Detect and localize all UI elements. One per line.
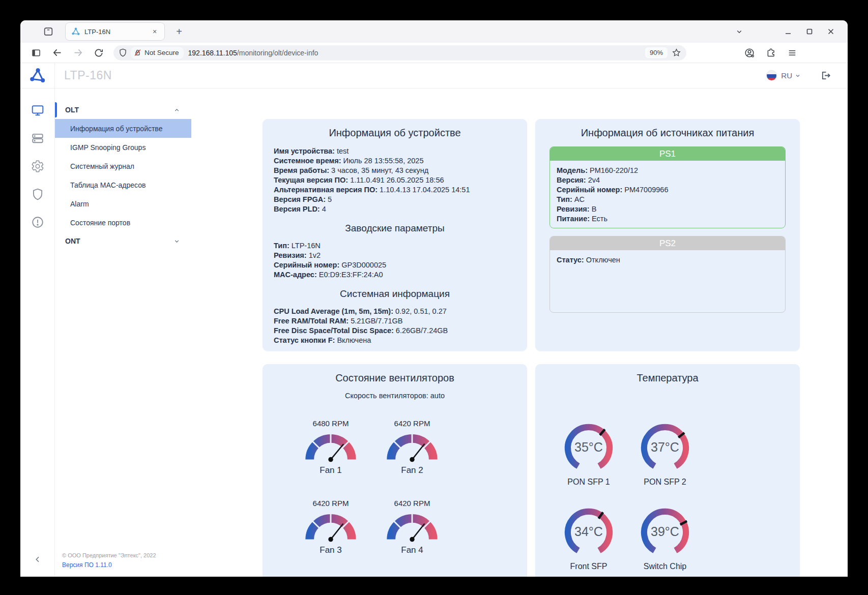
sidebar-item-alarm[interactable]: Alarm: [55, 194, 191, 213]
factory-params-title: Заводские параметры: [274, 223, 516, 234]
url-path: /monitoring/olt/device-info: [237, 49, 319, 57]
temperature-value: 37°C: [636, 440, 693, 455]
security-chip[interactable]: Not Secure: [131, 47, 184, 59]
sidebar-collapse-chevron-icon[interactable]: [34, 555, 42, 563]
sidebar-item-igmp-snooping[interactable]: IGMP Snooping Groups: [55, 138, 191, 157]
browser-menu-icon[interactable]: [785, 46, 799, 60]
info-row: Имя устройства:test: [274, 146, 516, 156]
alerts-exclamation-icon[interactable]: [31, 216, 44, 229]
info-row: Питание:Есть: [557, 214, 778, 224]
russian-flag-icon: [766, 70, 777, 81]
info-row: Текущая версия ПО:1.11.0.491 26.05.2025 …: [274, 175, 516, 185]
browser-toolbar: Not Secure 192.168.11.105/monitoring/olt…: [20, 43, 848, 63]
fan-rpm-value: 6420 RPM: [394, 419, 430, 428]
window-maximize-button[interactable]: [803, 25, 816, 38]
security-shield-icon[interactable]: [31, 188, 44, 201]
sidebar-nav: OLT Информация об устройстве IGMP Snoopi…: [55, 88, 191, 577]
ps2-details: Статус:Отключен: [550, 250, 785, 312]
info-row: Тип:AC: [557, 195, 778, 204]
fan-gauge: 6420 RPM Fan 3: [301, 499, 361, 555]
chevron-up-icon: [173, 107, 180, 113]
info-row: Free Disc Space/Total Disc Space:6.26GB/…: [274, 326, 516, 336]
bookmark-star-icon[interactable]: [670, 46, 683, 60]
sensor-name: Front SFP: [570, 562, 607, 571]
logout-icon[interactable]: [819, 69, 832, 82]
sidebar-section-ont-label: ONT: [65, 237, 80, 245]
settings-gear-icon[interactable]: [31, 160, 44, 173]
info-row: Серийный номер:PM47009966: [557, 185, 778, 195]
info-row: Время работы:3 часов, 35 минут, 43 секун…: [274, 166, 516, 175]
sidebar-item-device-info[interactable]: Информация об устройстве: [55, 119, 191, 138]
info-row: Альтернативная версия ПО:1.10.4.13 17.04…: [274, 185, 516, 195]
temperature-title: Температура: [546, 372, 789, 384]
copyright-text: © ООО Предприятие "Элтекс", 2022: [62, 552, 188, 558]
fan-speed-gauge-icon: [301, 509, 361, 545]
fan-gauge: 6420 RPM Fan 4: [382, 499, 442, 555]
sidebar-section-olt-label: OLT: [65, 106, 79, 114]
system-info-title: Системная информация: [274, 288, 516, 300]
sidebar-footer: © ООО Предприятие "Элтекс", 2022 Версия …: [62, 552, 188, 569]
sidebar-section-ont[interactable]: ONT: [55, 232, 191, 250]
tab-close-icon[interactable]: ×: [149, 26, 160, 37]
back-button[interactable]: [49, 45, 65, 61]
temperature-value: 34°C: [560, 524, 617, 539]
power-supplies-card: Информация об источниках питания PS1 Мод…: [535, 119, 800, 351]
language-chevron-icon[interactable]: [795, 73, 801, 79]
fan-gauge: 6420 RPM Fan 2: [382, 419, 442, 475]
url-bar[interactable]: Not Secure 192.168.11.105/monitoring/olt…: [113, 45, 686, 61]
fan-gauge-grid: 6480 RPM Fan 1 6420 RPM: [290, 419, 516, 555]
fan-rpm-value: 6420 RPM: [394, 499, 430, 508]
info-row: Версия PLD:4: [274, 204, 516, 214]
window-minimize-button[interactable]: [782, 25, 795, 38]
temperature-value: 39°C: [636, 524, 693, 539]
fan-name: Fan 4: [401, 545, 423, 555]
fan-gauge: 6480 RPM Fan 1: [301, 419, 361, 475]
tab-overview-icon[interactable]: [41, 24, 56, 39]
forward-button[interactable]: [70, 45, 85, 61]
sidebar-item-system-log[interactable]: Системный журнал: [55, 157, 191, 175]
favicon-eltex-logo-icon: [72, 27, 80, 36]
tab-list-chevron-icon[interactable]: [735, 27, 744, 36]
monitoring-monitor-icon[interactable]: [31, 104, 44, 117]
temperature-ring-icon: 34°C: [560, 504, 617, 561]
temperature-value: 35°C: [560, 440, 617, 455]
window-close-button[interactable]: [824, 25, 837, 38]
sidebar-item-mac-table[interactable]: Таблица MAC-адресов: [55, 175, 191, 194]
reload-button[interactable]: [91, 45, 106, 61]
shield-icon[interactable]: [118, 48, 128, 57]
tab-strip: LTP-16N × +: [20, 20, 848, 43]
main-content: Информация об устройстве Имя устройства:…: [191, 88, 848, 577]
info-row: Версия:2v4: [557, 175, 778, 185]
page-title: LTP-16N: [64, 69, 112, 82]
sidebar-toggle-icon[interactable]: [28, 45, 44, 61]
temperature-gauge: 39°C Switch Chip: [636, 504, 693, 571]
icon-rail: [20, 88, 55, 577]
firmware-version-link[interactable]: Версия ПО 1.11.0: [62, 561, 188, 569]
fan-speed-gauge-icon: [382, 429, 442, 465]
security-label: Not Secure: [144, 49, 179, 56]
temperature-ring-icon: 37°C: [636, 420, 693, 477]
info-row: Free RAM/Total RAM:5.21GB/7.71GB: [274, 316, 516, 326]
browser-window: LTP-16N × +: [20, 20, 848, 577]
chevron-down-icon: [173, 238, 180, 245]
info-row: MAC-адрес:E0:D9:E3:FF:24:A0: [274, 270, 516, 280]
temperature-gauge-grid: 35°C PON SFP 1 37°C PON SFP 2: [551, 420, 789, 571]
info-row: CPU Load Average (1m, 5m, 15m):0.92, 0.5…: [274, 307, 516, 316]
temperature-ring-icon: 35°C: [560, 420, 617, 477]
devices-rack-icon[interactable]: [31, 132, 44, 145]
sensor-name: PON SFP 1: [567, 478, 610, 487]
profile-icon[interactable]: [742, 46, 757, 60]
sidebar-item-port-state[interactable]: Состояние портов: [55, 213, 191, 232]
app-header: LTP-16N RU: [20, 63, 848, 88]
url-host: 192.168.11.105: [188, 49, 237, 57]
language-selector[interactable]: RU: [781, 71, 792, 80]
browser-tab[interactable]: LTP-16N ×: [65, 22, 165, 41]
temperature-ring-icon: 39°C: [636, 504, 693, 561]
fans-title: Состояние вентиляторов: [274, 372, 516, 384]
zoom-level-badge[interactable]: 90%: [645, 47, 668, 58]
sidebar-section-olt[interactable]: OLT: [55, 101, 191, 119]
temperature-gauge: 37°C PON SFP 2: [636, 420, 693, 487]
extensions-puzzle-icon[interactable]: [764, 46, 778, 60]
info-row: Ревизия:1v2: [274, 251, 516, 260]
new-tab-button[interactable]: +: [172, 24, 186, 39]
